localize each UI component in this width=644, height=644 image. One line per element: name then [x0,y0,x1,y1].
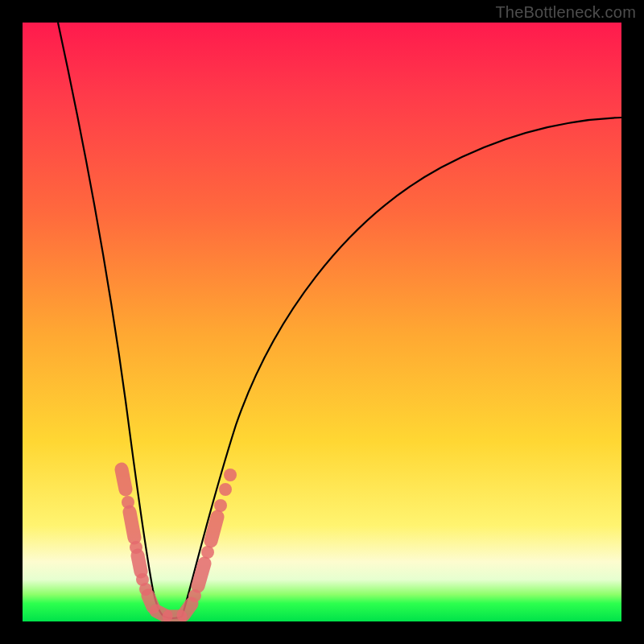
svg-point-17 [224,469,237,481]
outer-frame: TheBottleneck.com [0,0,644,644]
curve-right-branch [182,118,621,617]
watermark-text: TheBottleneck.com [495,3,636,22]
curve-left-branch [58,23,164,617]
chart-svg [23,23,621,621]
svg-point-15 [214,499,227,512]
svg-line-12 [198,564,204,586]
svg-point-13 [201,546,214,559]
svg-line-7 [148,596,153,607]
plot-area [23,23,621,621]
svg-line-14 [211,517,217,541]
markers-right [184,469,237,615]
svg-line-4 [138,555,141,572]
svg-line-0 [122,469,126,489]
svg-line-2 [130,512,134,538]
svg-line-10 [184,604,192,615]
svg-point-16 [219,483,232,496]
markers-left [122,469,180,617]
